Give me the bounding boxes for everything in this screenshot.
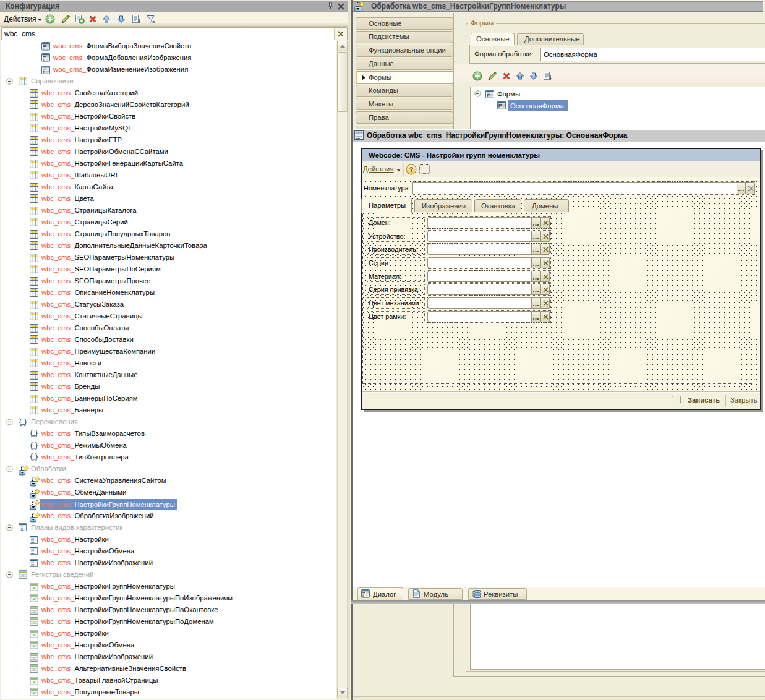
svg-text:?: ? [409,166,414,173]
